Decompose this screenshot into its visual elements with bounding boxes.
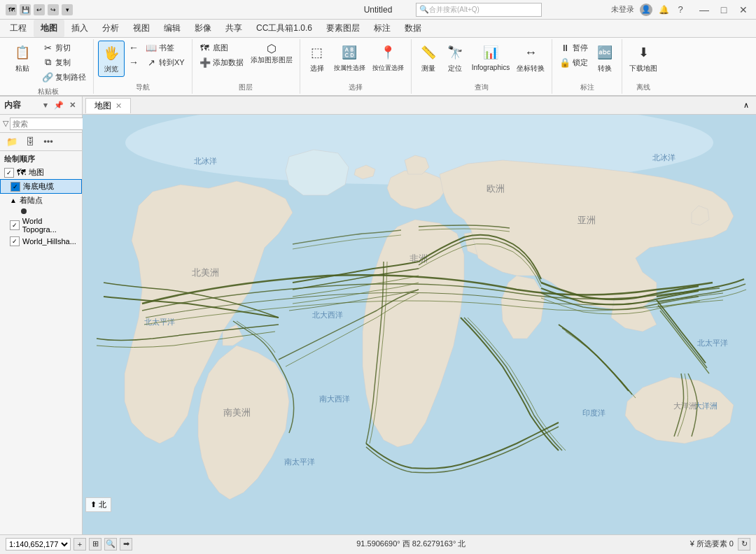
quick-access-undo[interactable]: ↩ [34, 4, 45, 15]
bookmark-button[interactable]: 📖 书签 [143, 41, 188, 55]
menu-project[interactable]: 工程 [3, 20, 34, 37]
menu-insert[interactable]: 插入 [64, 20, 95, 37]
app-icon: 🗺 [6, 4, 17, 15]
sidebar-layer-dot[interactable] [0, 207, 82, 215]
map-nav-btn[interactable]: ➡ [120, 538, 132, 551]
map-tab-close[interactable]: ✕ [115, 101, 122, 111]
layer-check-hillshade[interactable]: ✓ [10, 236, 20, 246]
help-icon[interactable]: ? [675, 4, 686, 15]
user-status[interactable]: 未登录 [611, 4, 634, 15]
user-avatar[interactable]: 👤 [640, 3, 652, 16]
main-layout: 内容 ▾ 📌 ✕ ▽ 🔍 📁 🗄 ••• 绘制顺序 ✓ 🗺 地图 ✓ [0, 97, 756, 534]
layer-tool-1[interactable]: 📁 [4, 134, 20, 150]
cut-button[interactable]: ✂ 剪切 [39, 41, 89, 55]
menu-feature-layer[interactable]: 要素图层 [319, 20, 367, 37]
navigate-col: ← → [126, 41, 141, 69]
browse-icon: 🖐 [102, 43, 121, 63]
infographics-button[interactable]: 📊 Infographics [469, 41, 512, 73]
maximize-button[interactable]: □ [717, 3, 731, 17]
menu-imagery[interactable]: 影像 [188, 20, 218, 37]
select-icon: ⬚ [307, 43, 327, 62]
coord-icon: ↔ [521, 43, 540, 62]
copy-button[interactable]: ⧉ 复制 [39, 55, 89, 69]
zoom-out-btn[interactable]: 🔍 [104, 538, 117, 551]
sidebar-layer-cable[interactable]: ✓ 海底电缆 [0, 179, 82, 194]
forward-nav-button[interactable]: → [126, 55, 141, 69]
layer-check-cable[interactable]: ✓ [10, 182, 20, 192]
coord-transform-button[interactable]: ↔ 坐标转换 [514, 41, 547, 76]
label-north-pacific-l: 北太平洋 [144, 318, 175, 326]
sidebar-close-icon[interactable]: ✕ [66, 100, 78, 111]
title-bar: 🗺 💾 ↩ ↪ ▾ Untitled 🔍 合并搜索(Alt+Q) 未登录 👤 🔔… [0, 0, 756, 20]
menu-view[interactable]: 视图 [126, 20, 157, 37]
ribbon-group-clipboard-content: 📋 粘贴 ✂ 剪切 ⧉ 复制 🔗 复制路径 [7, 41, 89, 85]
sidebar-layer-landing[interactable]: ▲ 着陆点 [0, 194, 82, 207]
measure-button[interactable]: 📏 测量 [416, 41, 441, 76]
layer-check-topo[interactable]: ✓ [10, 220, 20, 230]
ribbon-content: 📋 粘贴 ✂ 剪切 ⧉ 复制 🔗 复制路径 [0, 38, 756, 95]
locate-icon: 🔭 [445, 43, 465, 62]
minimize-button[interactable]: — [697, 3, 711, 17]
browse-button[interactable]: 🖐 浏览 [98, 41, 125, 77]
copy-path-button[interactable]: 🔗 复制路径 [39, 70, 89, 84]
quick-access-save[interactable]: 💾 [20, 4, 31, 15]
notification-icon[interactable]: 🔔 [658, 4, 669, 15]
paste-button[interactable]: 📋 粘贴 [7, 41, 38, 76]
ribbon-group-offline: ⬇ 下载地图 离线 [622, 39, 664, 94]
status-bar: 1:140,652,177 + ⊞ 🔍 ➡ 91.5906690° 西 82.6… [0, 534, 756, 553]
convert-button[interactable]: 🔤 转换 [592, 41, 617, 76]
add-data-icon: ➕ [200, 57, 211, 68]
scale-selector[interactable]: 1:140,652,177 [6, 538, 71, 551]
menu-map[interactable]: 地图 [34, 20, 64, 37]
lock-icon: 🔒 [559, 57, 570, 68]
menu-cc-tools[interactable]: CC工具箱1.0.6 [249, 20, 319, 37]
quick-access-redo[interactable]: ↪ [48, 4, 59, 15]
sidebar-layer-map[interactable]: ✓ 🗺 地图 [0, 166, 82, 179]
layer-tool-2[interactable]: 🗄 [22, 134, 38, 150]
navigate-col2: 📖 书签 ↗ 转到XY [143, 41, 188, 69]
select-button[interactable]: ⬚ 选择 [304, 41, 330, 76]
back-nav-button[interactable]: ← [126, 41, 141, 55]
add-graphic-layer-button[interactable]: ⬡ 添加图形图层 [248, 41, 295, 67]
map-tab[interactable]: 地图 ✕ [85, 98, 131, 113]
menu-data[interactable]: 数据 [398, 20, 428, 37]
menu-annotation[interactable]: 标注 [367, 20, 398, 37]
menu-share[interactable]: 共享 [218, 20, 249, 37]
ribbon-group-layer: 🗺 底图 ➕ 添加数据 ⬡ 添加图形图层 图层 [192, 39, 300, 94]
select-by-attr-button[interactable]: 🔠 按属性选择 [331, 41, 368, 75]
clipboard-group-label: 粘贴板 [38, 85, 59, 97]
sidebar-toggle-icon[interactable]: ▾ [40, 100, 51, 111]
locate-button[interactable]: 🔭 定位 [442, 41, 468, 76]
lock-button[interactable]: 🔒 锁定 [556, 55, 591, 69]
sidebar-layer-hillshade[interactable]: ✓ World_Hillsha... [0, 235, 82, 248]
sidebar-pin-icon[interactable]: 📌 [53, 100, 64, 111]
title-search-box[interactable]: 🔍 合并搜索(Alt+Q) [416, 3, 542, 17]
goto-xy-button[interactable]: ↗ 转到XY [143, 55, 188, 69]
refresh-btn[interactable]: ↻ [738, 538, 750, 551]
map-canvas[interactable]: 南太平洋 北太平洋 南大西洋 北大西洋 印度洋 北太平洋 大洋洲 北美洲 南美洲… [83, 115, 756, 534]
layer-check-map[interactable]: ✓ [4, 168, 14, 178]
menu-analysis[interactable]: 分析 [95, 20, 126, 37]
basemap-button[interactable]: 🗺 底图 [197, 41, 246, 55]
layer-dot-icon [21, 208, 27, 214]
map-area: 地图 ✕ ∧ [83, 97, 756, 534]
download-map-button[interactable]: ⬇ 下载地图 [626, 41, 660, 76]
label-indian-ocean: 印度洋 [582, 409, 606, 417]
pause-button[interactable]: ⏸ 暂停 [556, 41, 591, 55]
map-tab-label: 地图 [94, 100, 111, 112]
title-bar-right: 未登录 👤 🔔 ? — □ ✕ [611, 3, 750, 17]
layer-tool-more[interactable]: ••• [41, 134, 56, 150]
label-arctic-r: 北冰洋 [652, 153, 676, 162]
ribbon-group-annotation-content: ⏸ 暂停 🔒 锁定 🔤 转换 [556, 41, 617, 81]
zoom-full-btn[interactable]: ⊞ [89, 538, 102, 551]
zoom-in-btn[interactable]: + [74, 538, 86, 551]
menu-edit[interactable]: 编辑 [157, 20, 188, 37]
tab-collapse-btn[interactable]: ∧ [739, 101, 753, 110]
select-by-location-button[interactable]: 📍 按位置选择 [370, 41, 407, 75]
sidebar-search: ▽ 🔍 [0, 115, 82, 133]
quick-access-more[interactable]: ▾ [62, 4, 73, 15]
layer-icon-map: 🗺 [17, 167, 26, 178]
add-data-button[interactable]: ➕ 添加数据 [197, 55, 246, 69]
close-button[interactable]: ✕ [736, 3, 750, 17]
sidebar-layer-topo[interactable]: ✓ World Topogra... [0, 215, 82, 235]
